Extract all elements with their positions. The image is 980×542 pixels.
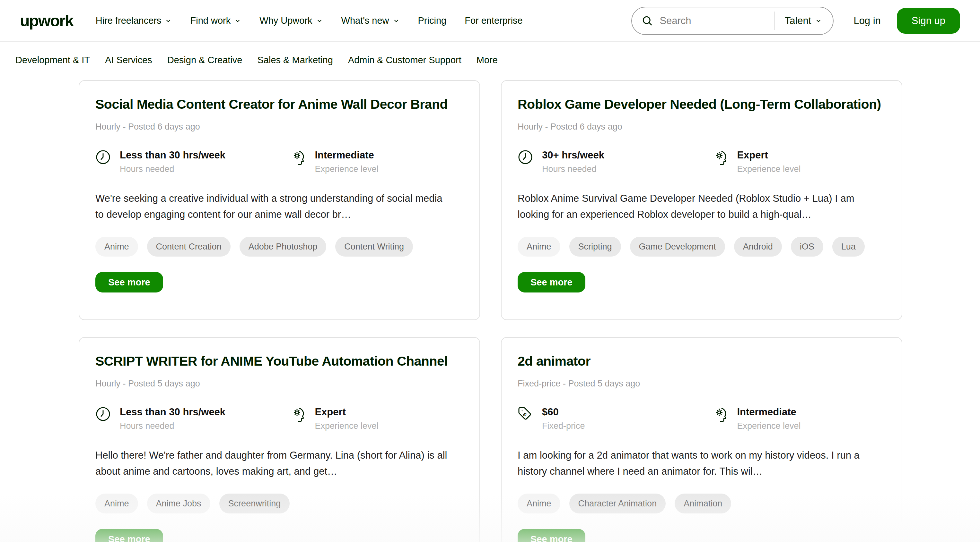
job-description: I am looking for a 2d animator that want…	[518, 447, 874, 479]
skill-tag[interactable]: Content Creation	[147, 237, 231, 257]
main-nav: Hire freelancers Find work Why Upwork Wh…	[96, 16, 523, 26]
log-in-link[interactable]: Log in	[853, 15, 880, 27]
job-title[interactable]: Social Media Content Creator for Anime W…	[95, 96, 463, 112]
job-title[interactable]: SCRIPT WRITER for ANIME YouTube Automati…	[95, 353, 463, 369]
job-card: Social Media Content Creator for Anime W…	[79, 80, 480, 320]
hours-value: 30+ hrs/week	[542, 149, 604, 161]
skill-tag[interactable]: Anime	[95, 237, 138, 257]
search-scope-dropdown[interactable]: Talent	[777, 15, 830, 27]
experience-fact: Intermediate Experience level	[713, 406, 800, 431]
experience-label: Experience level	[315, 421, 378, 431]
nav-item-find-work[interactable]: Find work	[190, 16, 241, 26]
job-title[interactable]: Roblox Game Developer Needed (Long-Term …	[518, 96, 886, 112]
clock-icon	[95, 406, 111, 423]
price-fact: $ $60 Fixed-price	[518, 406, 713, 431]
experience-label: Experience level	[737, 164, 800, 174]
see-more-button[interactable]: See more	[95, 272, 163, 293]
search-divider	[775, 11, 775, 30]
nav-item-whats-new[interactable]: What's new	[341, 16, 400, 26]
skill-tag[interactable]: Screenwriting	[219, 494, 290, 513]
skill-tag[interactable]: Content Writing	[335, 237, 413, 257]
skill-tag[interactable]: iOS	[791, 237, 823, 257]
job-description: Hello there! We're father and daughter f…	[95, 447, 452, 479]
job-facts: 30+ hrs/week Hours needed Expe	[518, 149, 886, 174]
category-ai-services[interactable]: AI Services	[105, 55, 152, 65]
skill-tag[interactable]: Animation	[675, 494, 731, 513]
hours-fact: Less than 30 hrs/week Hours needed	[95, 149, 290, 174]
clock-icon	[518, 149, 533, 166]
experience-value: Intermediate	[315, 149, 378, 161]
experience-label: Experience level	[315, 164, 378, 174]
experience-icon	[713, 406, 728, 423]
category-admin-support[interactable]: Admin & Customer Support	[348, 55, 461, 65]
job-posted: Hourly - Posted 5 days ago	[95, 379, 463, 388]
svg-text:$: $	[522, 412, 528, 418]
job-facts: $ $60 Fixed-price	[518, 406, 886, 431]
search-bar: Talent	[631, 7, 834, 35]
chevron-down-icon	[316, 17, 323, 24]
experience-icon	[290, 149, 306, 166]
skill-tag[interactable]: Anime	[95, 494, 138, 513]
job-posted: Fixed-price - Posted 5 days ago	[518, 379, 886, 388]
skill-tags: Anime Character Animation Animation	[518, 494, 886, 513]
skill-tag[interactable]: Game Development	[630, 237, 725, 257]
chevron-down-icon	[393, 17, 400, 24]
experience-icon	[713, 149, 728, 166]
hours-value: Less than 30 hrs/week	[120, 406, 226, 418]
sign-up-button[interactable]: Sign up	[897, 8, 960, 34]
experience-value: Expert	[315, 406, 378, 418]
nav-item-pricing[interactable]: Pricing	[418, 16, 447, 26]
skill-tag[interactable]: Lua	[832, 237, 865, 257]
nav-item-for-enterprise[interactable]: For enterprise	[465, 16, 523, 26]
hours-value: Less than 30 hrs/week	[120, 149, 226, 161]
experience-fact: Expert Experience level	[290, 406, 378, 431]
clock-icon	[95, 149, 111, 166]
chevron-down-icon	[234, 17, 241, 24]
see-more-button[interactable]: See more	[518, 529, 585, 542]
skill-tag[interactable]: Character Animation	[569, 494, 666, 513]
job-posted: Hourly - Posted 6 days ago	[518, 122, 886, 132]
experience-label: Experience level	[737, 421, 800, 431]
chevron-down-icon	[165, 17, 172, 24]
category-design-creative[interactable]: Design & Creative	[167, 55, 242, 65]
job-results-grid: Social Media Content Creator for Anime W…	[0, 80, 980, 542]
hours-fact: Less than 30 hrs/week Hours needed	[95, 406, 290, 431]
see-more-button[interactable]: See more	[95, 529, 163, 542]
experience-fact: Expert Experience level	[713, 149, 800, 174]
skill-tag[interactable]: Anime	[518, 237, 560, 257]
search-input[interactable]	[660, 15, 774, 27]
category-development-it[interactable]: Development & IT	[16, 55, 90, 65]
skill-tag[interactable]: Android	[734, 237, 782, 257]
hours-label: Hours needed	[120, 164, 226, 174]
experience-value: Expert	[737, 149, 800, 161]
job-card: 2d animator Fixed-price - Posted 5 days …	[501, 337, 902, 542]
nav-item-hire-freelancers[interactable]: Hire freelancers	[96, 16, 172, 26]
category-more[interactable]: More	[477, 55, 498, 65]
price-value: $60	[542, 406, 585, 418]
skill-tags: Anime Content Creation Adobe Photoshop C…	[95, 237, 463, 257]
skill-tag[interactable]: Scripting	[569, 237, 621, 257]
job-title[interactable]: 2d animator	[518, 353, 886, 369]
job-facts: Less than 30 hrs/week Hours needed	[95, 406, 463, 431]
nav-item-why-upwork[interactable]: Why Upwork	[259, 16, 323, 26]
upwork-logo[interactable]: upwork	[20, 11, 73, 30]
job-card: SCRIPT WRITER for ANIME YouTube Automati…	[79, 337, 480, 542]
job-posted: Hourly - Posted 6 days ago	[95, 122, 463, 132]
job-facts: Less than 30 hrs/week Hours needed	[95, 149, 463, 174]
skill-tag[interactable]: Adobe Photoshop	[240, 237, 326, 257]
skill-tag[interactable]: Anime Jobs	[147, 494, 210, 513]
skill-tag[interactable]: Anime	[518, 494, 560, 513]
job-description: Roblox Anime Survival Game Developer Nee…	[518, 190, 874, 223]
job-card: Roblox Game Developer Needed (Long-Term …	[501, 80, 902, 320]
price-tag-icon: $	[518, 406, 533, 423]
job-description: We're seeking a creative individual with…	[95, 190, 452, 223]
experience-value: Intermediate	[737, 406, 800, 418]
category-sales-marketing[interactable]: Sales & Marketing	[258, 55, 333, 65]
see-more-button[interactable]: See more	[518, 272, 585, 293]
experience-fact: Intermediate Experience level	[290, 149, 378, 174]
category-nav: Development & IT AI Services Design & Cr…	[0, 42, 980, 78]
top-navbar: upwork Hire freelancers Find work Why Up…	[0, 0, 980, 42]
hours-label: Hours needed	[542, 164, 604, 174]
hours-fact: 30+ hrs/week Hours needed	[518, 149, 713, 174]
skill-tags: Anime Scripting Game Development Android…	[518, 237, 886, 257]
